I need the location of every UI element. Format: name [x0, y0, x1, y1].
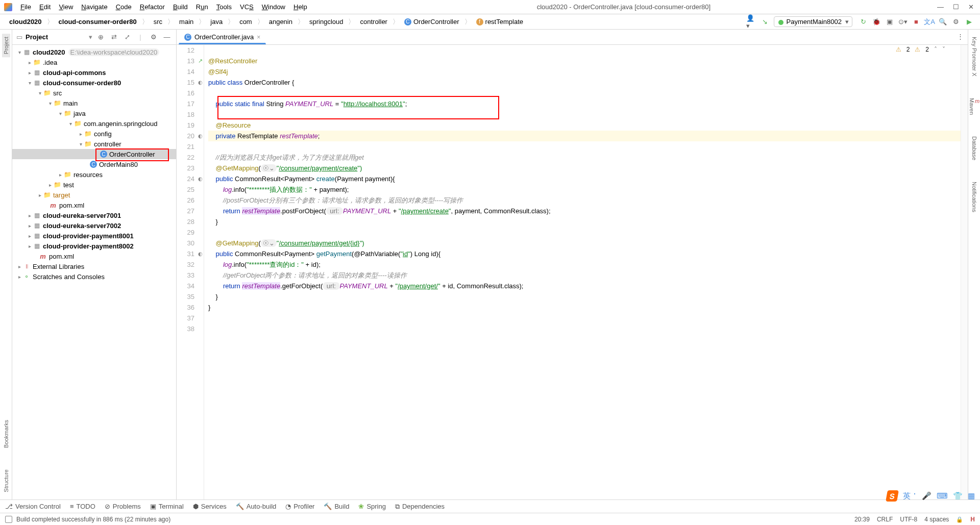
status-box-icon[interactable]	[5, 516, 12, 523]
translate-icon[interactable]: 文A	[924, 16, 935, 28]
crumb-angenin[interactable]: angenin	[265, 17, 297, 27]
tree-java[interactable]: ▾java	[12, 108, 176, 118]
tree-resources[interactable]: ▸resources	[12, 169, 176, 180]
tree-eureka2[interactable]: ▸cloud-eureka-server7002	[12, 220, 176, 231]
search-icon[interactable]: 🔍	[937, 16, 948, 28]
tab-version-control[interactable]: ⎇Version Control	[5, 503, 61, 510]
tab-build[interactable]: 🔨Build	[324, 503, 349, 510]
settings-icon[interactable]: ⚙	[950, 16, 962, 28]
status-encoding[interactable]: UTF-8	[900, 516, 917, 523]
play-icon[interactable]: ▶	[964, 16, 975, 28]
tree-api-commons[interactable]: ▸cloud-api-commons	[12, 67, 176, 78]
tabs-overflow-icon[interactable]: ⋮	[957, 33, 964, 40]
menu-window[interactable]: Window	[259, 2, 288, 12]
tree-pom[interactable]: pom.xml	[12, 200, 176, 210]
crumb-root[interactable]: cloud2020	[5, 17, 46, 27]
tab-structure[interactable]: Structure	[2, 466, 10, 495]
tree-ext-libs[interactable]: ▸External Libraries	[12, 261, 176, 271]
tray-keyboard-icon[interactable]: ⌨	[937, 491, 948, 501]
tab-autobuild[interactable]: 🔨Auto-build	[236, 503, 277, 510]
crumb-springcloud[interactable]: springcloud	[305, 17, 348, 27]
tab-problems[interactable]: ⊘Problems	[105, 503, 141, 510]
maximize-button[interactable]: ☐	[953, 3, 959, 11]
user-icon[interactable]: 👤▾	[746, 16, 757, 28]
tray-lang-icon[interactable]: 英 ་	[903, 491, 917, 501]
menu-refactor[interactable]: Refactor	[137, 2, 168, 12]
crumb-controller[interactable]: controller	[356, 17, 391, 27]
tree-scratches[interactable]: ▸Scratches and Consoles	[12, 271, 176, 282]
profile-icon[interactable]: ⊙▾	[897, 16, 909, 28]
tree-order-controller[interactable]: OrderController	[12, 149, 176, 159]
status-extra-icon[interactable]: H	[970, 516, 975, 523]
tree-src[interactable]: ▾src	[12, 88, 176, 98]
tab-dependencies[interactable]: ⧉Dependencies	[395, 503, 445, 511]
status-line-separator[interactable]: CRLF	[877, 516, 893, 523]
project-view-dropdown-icon[interactable]: ▾	[89, 33, 92, 41]
hide-panel-icon[interactable]: —	[162, 32, 172, 42]
code-editor[interactable]: 12131415 16171819 20212223 24252627 2829…	[177, 45, 968, 499]
editor-tab-ordercontroller[interactable]: C OrderController.java ×	[179, 31, 266, 44]
tab-project[interactable]: Project	[2, 34, 10, 57]
coverage-icon[interactable]: ▣	[884, 16, 895, 28]
tree-controller[interactable]: ▾controller	[12, 139, 176, 149]
tree-consumer[interactable]: ▾cloud-consumer-order80	[12, 78, 176, 88]
run-debug-icon[interactable]: ↻	[857, 16, 869, 28]
tab-notifications[interactable]: Notifications	[970, 179, 978, 215]
tab-spring[interactable]: ❀Spring	[358, 503, 386, 510]
tray-mic-icon[interactable]: 🎤	[922, 491, 932, 501]
crumb-class[interactable]: COrderController	[400, 17, 463, 27]
code-pane[interactable]: ⚠2 ⚠2 ˄ ˅ @RestController @Slf4j public …	[204, 45, 961, 499]
crumb-main[interactable]: main	[175, 17, 198, 27]
menu-code[interactable]: Code	[113, 2, 135, 12]
menu-tools[interactable]: Tools	[213, 2, 235, 12]
status-cursor-position[interactable]: 20:39	[854, 516, 870, 523]
menu-navigate[interactable]: Navigate	[78, 2, 110, 12]
collapse-icon[interactable]: ⤢	[122, 32, 132, 42]
close-tab-icon[interactable]: ×	[257, 34, 260, 41]
tree-target[interactable]: ▸target	[12, 190, 176, 200]
tab-profiler[interactable]: ◔Profiler	[285, 503, 314, 510]
run-config-dropdown[interactable]: PaymentMain8002	[774, 16, 852, 27]
next-highlight-icon[interactable]: ˅	[942, 46, 945, 53]
tree-idea[interactable]: ▸.idea	[12, 57, 176, 67]
crumb-module[interactable]: cloud-consumer-order80	[55, 17, 141, 27]
tree-payment1[interactable]: ▸cloud-provider-payment8001	[12, 231, 176, 241]
menu-help[interactable]: Help	[290, 2, 310, 12]
tray-person-icon[interactable]: 👕	[953, 491, 963, 501]
tree-root[interactable]: ▾cloud2020E:\idea-workspace\cloud2020	[12, 47, 176, 57]
crumb-src[interactable]: src	[150, 17, 166, 27]
crumb-java[interactable]: java	[206, 17, 227, 27]
tree-order-main[interactable]: OrderMain80	[12, 159, 176, 169]
tab-todo[interactable]: ≡TODO	[70, 503, 95, 510]
minimize-button[interactable]: —	[937, 3, 944, 11]
tree-eureka1[interactable]: ▸cloud-eureka-server7001	[12, 210, 176, 220]
locate-icon[interactable]: ⊕	[95, 32, 106, 42]
tree-test[interactable]: ▸test	[12, 180, 176, 190]
status-indent[interactable]: 4 spaces	[924, 516, 949, 523]
menu-build[interactable]: Build	[170, 2, 191, 12]
tree-pkg[interactable]: ▾com.angenin.springcloud	[12, 118, 176, 129]
settings-gear-icon[interactable]: ⚙	[149, 32, 159, 42]
build-hammer-icon[interactable]: ↘	[760, 16, 771, 28]
tab-bookmarks[interactable]: Bookmarks	[2, 417, 10, 451]
menu-view[interactable]: View	[56, 2, 76, 12]
menu-edit[interactable]: Edit	[36, 2, 54, 12]
menu-vcs[interactable]: VCS	[237, 2, 257, 12]
stop-icon[interactable]: ■	[911, 16, 922, 28]
sogou-icon[interactable]: S	[886, 490, 899, 502]
tree-pom-root[interactable]: pom.xml	[12, 251, 176, 261]
tab-maven[interactable]: Maven	[968, 95, 980, 118]
prev-highlight-icon[interactable]: ˄	[934, 46, 937, 53]
tab-services[interactable]: ⬢Services	[193, 503, 227, 510]
tree-main[interactable]: ▾main	[12, 98, 176, 108]
error-stripe[interactable]	[961, 45, 968, 499]
crumb-com[interactable]: com	[235, 17, 256, 27]
inspection-summary[interactable]: ⚠2 ⚠2 ˄ ˅	[896, 46, 945, 53]
tab-keypromoter[interactable]: Key Promoter X	[970, 34, 978, 80]
tray-grid-icon[interactable]: ▦	[968, 491, 975, 501]
debug-icon[interactable]: 🐞	[871, 16, 882, 28]
lock-icon[interactable]	[956, 516, 963, 523]
close-button[interactable]: ✕	[968, 3, 974, 11]
expand-icon[interactable]: ⇄	[109, 32, 119, 42]
menu-run[interactable]: Run	[193, 2, 211, 12]
